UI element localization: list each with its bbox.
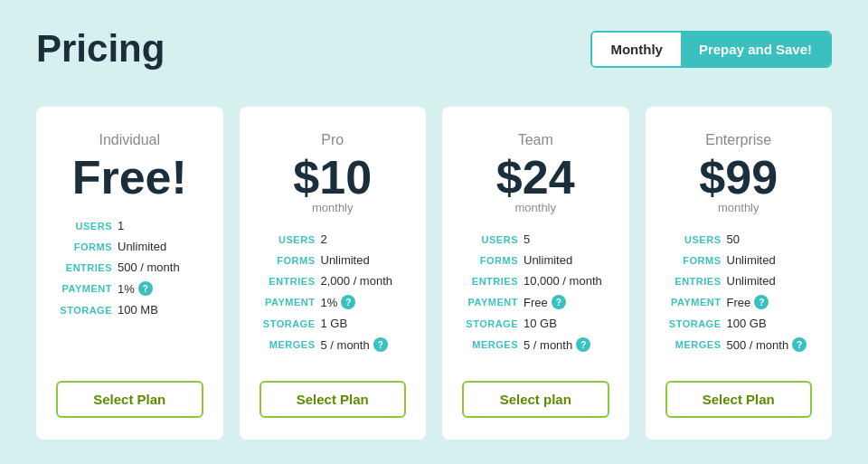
plan-name-team: Team <box>518 132 553 148</box>
feature-label: ENTRIES <box>665 276 722 287</box>
feature-row: ENTRIES500 / month <box>56 260 203 274</box>
feature-label: ENTRIES <box>462 276 518 287</box>
feature-row: PAYMENTFree? <box>462 295 609 309</box>
feature-row: MERGES5 / month? <box>462 337 609 352</box>
feature-label: MERGES <box>462 339 518 350</box>
plan-price-pro: $10 <box>293 154 372 201</box>
feature-label: USERS <box>56 221 112 232</box>
plan-card-pro: Pro$10monthlyUSERS2FORMSUnlimitedENTRIES… <box>240 107 427 440</box>
feature-value: 500 / month <box>118 260 180 274</box>
feature-label: FORMS <box>259 255 316 266</box>
help-icon[interactable]: ? <box>552 295 566 309</box>
feature-label: ENTRIES <box>259 276 316 287</box>
feature-row: FORMSUnlimited <box>56 240 203 253</box>
feature-value: 1% <box>321 296 338 309</box>
feature-label: STORAGE <box>259 318 316 329</box>
feature-value: Unlimited <box>118 240 166 253</box>
feature-row: STORAGE10 GB <box>462 317 609 330</box>
feature-label: MERGES <box>665 339 722 350</box>
plan-features-team: USERS5FORMSUnlimitedENTRIES10,000 / mont… <box>462 232 609 359</box>
feature-value: 100 MB <box>118 303 158 317</box>
prepay-billing-button[interactable]: Prepay and Save! <box>681 33 830 66</box>
feature-row: ENTRIESUnlimited <box>665 274 813 288</box>
feature-label: USERS <box>462 234 518 245</box>
feature-row: USERS1 <box>56 219 203 232</box>
feature-label: STORAGE <box>462 318 518 329</box>
feature-row: USERS50 <box>665 232 813 246</box>
feature-row: USERS2 <box>259 232 407 246</box>
plan-card-enterprise: Enterprise$99monthlyUSERS50FORMSUnlimite… <box>646 107 833 440</box>
feature-label: PAYMENT <box>259 297 316 308</box>
feature-value: 50 <box>727 232 740 246</box>
feature-value: 5 / month <box>524 338 572 352</box>
feature-label: PAYMENT <box>665 297 722 308</box>
plan-card-individual: IndividualFree!USERS1FORMSUnlimitedENTRI… <box>36 107 223 440</box>
feature-row: FORMSUnlimited <box>665 253 813 267</box>
feature-value: Unlimited <box>321 253 370 267</box>
feature-value: Unlimited <box>524 253 572 267</box>
feature-value: 1 <box>118 219 124 232</box>
select-plan-button-team[interactable]: Select plan <box>462 381 609 418</box>
help-icon[interactable]: ? <box>341 295 355 309</box>
page-title: Pricing <box>36 27 165 71</box>
plan-features-enterprise: USERS50FORMSUnlimitedENTRIESUnlimitedPAY… <box>665 232 813 359</box>
feature-value: 2 <box>321 232 327 246</box>
feature-row: ENTRIES10,000 / month <box>462 274 609 288</box>
feature-row: STORAGE100 MB <box>56 303 203 317</box>
plan-features-pro: USERS2FORMSUnlimitedENTRIES2,000 / month… <box>259 232 407 359</box>
feature-row: MERGES500 / month? <box>665 337 813 352</box>
feature-row: MERGES5 / month? <box>259 337 407 352</box>
feature-label: PAYMENT <box>462 297 518 308</box>
feature-value: 5 / month <box>321 338 370 352</box>
select-plan-button-pro[interactable]: Select Plan <box>259 381 407 418</box>
feature-row: ENTRIES2,000 / month <box>259 274 407 288</box>
plan-price-enterprise: $99 <box>699 154 778 201</box>
feature-row: PAYMENT1%? <box>56 281 203 296</box>
help-icon[interactable]: ? <box>576 337 590 352</box>
plan-name-pro: Pro <box>321 132 344 148</box>
feature-value: 10,000 / month <box>524 274 602 288</box>
feature-label: ENTRIES <box>56 262 112 273</box>
feature-row: FORMSUnlimited <box>462 253 609 267</box>
feature-label: STORAGE <box>56 305 112 316</box>
plan-features-individual: USERS1FORMSUnlimitedENTRIES500 / monthPA… <box>56 219 203 324</box>
plan-period-team: monthly <box>514 201 556 214</box>
plan-period-enterprise: monthly <box>718 201 760 214</box>
select-plan-button-enterprise[interactable]: Select Plan <box>665 381 813 418</box>
feature-label: USERS <box>665 234 722 245</box>
feature-label: FORMS <box>462 255 518 266</box>
plan-name-individual: Individual <box>99 132 160 148</box>
help-icon[interactable]: ? <box>754 295 769 309</box>
feature-value: Free <box>727 296 751 309</box>
plan-price-team: $24 <box>496 154 575 201</box>
feature-label: FORMS <box>56 241 112 252</box>
feature-label: FORMS <box>665 255 722 266</box>
feature-value: Free <box>524 296 548 309</box>
feature-row: STORAGE100 GB <box>665 317 813 330</box>
select-plan-button-individual[interactable]: Select Plan <box>56 381 203 418</box>
feature-value: 5 <box>524 232 530 246</box>
feature-label: PAYMENT <box>56 283 112 294</box>
feature-row: PAYMENT1%? <box>259 295 407 309</box>
help-icon[interactable]: ? <box>792 337 807 352</box>
feature-label: USERS <box>259 234 316 245</box>
monthly-billing-button[interactable]: Monthly <box>592 33 681 66</box>
feature-row: FORMSUnlimited <box>259 253 407 267</box>
plan-name-enterprise: Enterprise <box>705 132 771 148</box>
feature-value: 500 / month <box>727 338 789 352</box>
help-icon[interactable]: ? <box>138 281 153 296</box>
feature-value: 2,000 / month <box>321 274 393 288</box>
feature-row: PAYMENTFree? <box>665 295 813 309</box>
feature-row: STORAGE1 GB <box>259 317 407 330</box>
help-icon[interactable]: ? <box>373 337 388 352</box>
feature-value: 1% <box>118 282 135 296</box>
feature-value: 100 GB <box>727 317 767 330</box>
plan-period-pro: monthly <box>312 201 354 214</box>
plans-container: IndividualFree!USERS1FORMSUnlimitedENTRI… <box>36 107 832 440</box>
feature-row: USERS5 <box>462 232 609 246</box>
billing-toggle[interactable]: Monthly Prepay and Save! <box>590 31 832 68</box>
feature-value: 10 GB <box>524 317 557 330</box>
feature-value: 1 GB <box>321 317 348 330</box>
plan-card-team: Team$24monthlyUSERS5FORMSUnlimitedENTRIE… <box>442 107 629 440</box>
plan-price-individual: Free! <box>72 154 187 201</box>
